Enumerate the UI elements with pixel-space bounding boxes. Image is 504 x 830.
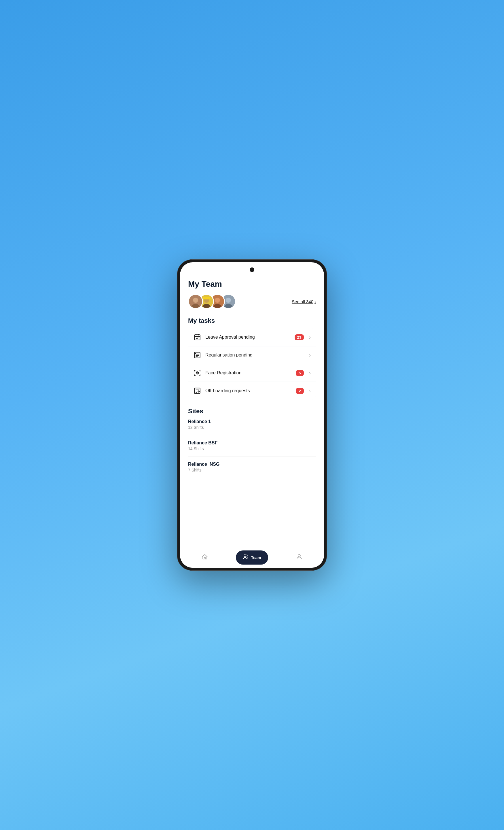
regularisation-chevron: › bbox=[309, 352, 311, 358]
svg-point-29 bbox=[244, 555, 246, 557]
svg-rect-13 bbox=[194, 334, 200, 340]
bottom-nav: Team bbox=[180, 547, 324, 568]
avatar-1 bbox=[188, 294, 203, 309]
regularisation-label: Regularisation pending bbox=[205, 352, 304, 358]
face-scan-icon bbox=[193, 369, 201, 377]
screen-content: My Team bbox=[180, 262, 324, 547]
sites-section: Sites Reliance 1 12 Shifts Reliance BSF … bbox=[188, 408, 316, 478]
site-shifts-3: 7 Shifts bbox=[188, 468, 316, 472]
see-all-button[interactable]: See all 340 › bbox=[292, 299, 316, 304]
site-shifts-2: 14 Shifts bbox=[188, 446, 316, 451]
svg-point-22 bbox=[196, 372, 197, 373]
site-reliance-nsg[interactable]: Reliance_NSG 7 Shifts bbox=[188, 462, 316, 478]
site-reliance-1[interactable]: Reliance 1 12 Shifts bbox=[188, 419, 316, 435]
svg-rect-24 bbox=[194, 388, 200, 394]
svg-point-11 bbox=[226, 298, 231, 303]
offboard-icon bbox=[193, 387, 201, 395]
nav-team[interactable]: Team bbox=[236, 550, 268, 565]
calendar-check-icon bbox=[193, 333, 201, 341]
nav-profile[interactable] bbox=[290, 551, 308, 564]
face-registration-label: Face Registration bbox=[205, 370, 292, 376]
leave-approval-chevron: › bbox=[309, 334, 311, 340]
team-icon bbox=[243, 554, 248, 561]
svg-point-1 bbox=[193, 298, 198, 303]
leave-approval-label: Leave Approval pending bbox=[205, 334, 291, 340]
svg-rect-5 bbox=[203, 297, 210, 299]
phone-device: My Team bbox=[177, 259, 327, 571]
task-face-registration[interactable]: Face Registration 5 › bbox=[188, 364, 316, 382]
task-leave-approval[interactable]: Leave Approval pending 23 › bbox=[188, 328, 316, 346]
offboarding-label: Off-boarding requests bbox=[205, 388, 292, 393]
leave-approval-badge: 23 bbox=[295, 334, 304, 340]
site-name-2: Reliance BSF bbox=[188, 440, 316, 446]
site-name-3: Reliance_NSG bbox=[188, 462, 316, 467]
svg-point-30 bbox=[298, 554, 300, 557]
offboarding-badge: 2 bbox=[296, 388, 304, 394]
tasks-list: Leave Approval pending 23 › bbox=[188, 328, 316, 400]
svg-rect-17 bbox=[194, 352, 200, 358]
sites-section-title: Sites bbox=[188, 408, 316, 415]
see-all-chevron: › bbox=[314, 299, 316, 304]
site-shifts-1: 12 Shifts bbox=[188, 425, 316, 430]
svg-point-8 bbox=[215, 298, 220, 303]
svg-point-23 bbox=[198, 372, 198, 373]
face-registration-chevron: › bbox=[309, 370, 311, 376]
nav-team-label: Team bbox=[251, 555, 261, 560]
face-registration-badge: 5 bbox=[296, 370, 304, 376]
person-icon bbox=[296, 553, 303, 562]
team-avatars-row: See all 340 › bbox=[188, 294, 316, 309]
tasks-section-title: My tasks bbox=[188, 317, 316, 324]
phone-screen: My Team bbox=[180, 262, 324, 568]
avatars-group bbox=[188, 294, 232, 309]
task-regularisation[interactable]: Regularisation pending › bbox=[188, 346, 316, 364]
nav-home[interactable] bbox=[196, 551, 214, 564]
page-title: My Team bbox=[188, 280, 316, 289]
camera-notch bbox=[250, 267, 254, 272]
task-offboarding[interactable]: Off-boarding requests 2 › bbox=[188, 382, 316, 400]
offboarding-chevron: › bbox=[309, 388, 311, 394]
site-name-1: Reliance 1 bbox=[188, 419, 316, 424]
home-icon bbox=[201, 553, 208, 562]
site-reliance-bsf[interactable]: Reliance BSF 14 Shifts bbox=[188, 440, 316, 456]
checklist-icon bbox=[193, 351, 201, 359]
